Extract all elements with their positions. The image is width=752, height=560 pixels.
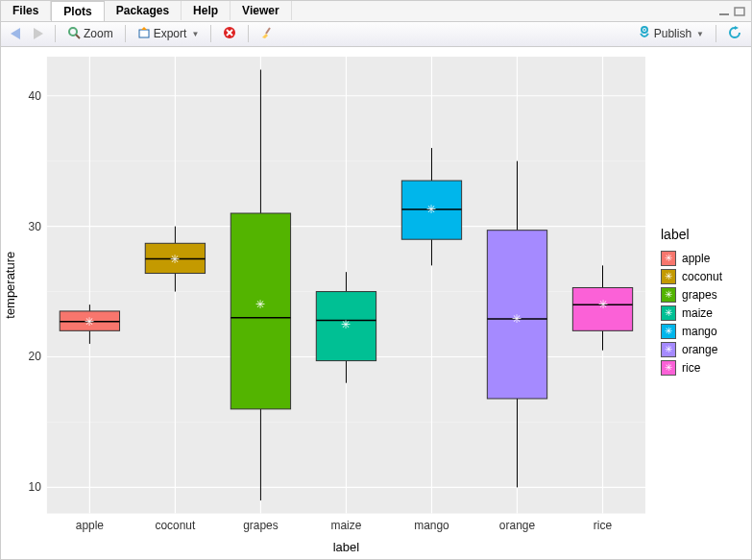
legend: label ✳apple✳coconut✳grapes✳maize✳mango✳…	[655, 47, 751, 559]
svg-text:orange: orange	[499, 518, 536, 531]
svg-text:label: label	[333, 540, 359, 554]
svg-rect-1	[735, 8, 744, 15]
svg-text:grapes: grapes	[243, 518, 279, 531]
svg-text:coconut: coconut	[155, 518, 196, 531]
svg-text:30: 30	[29, 219, 42, 232]
legend-item-orange: ✳orange	[661, 342, 745, 357]
svg-text:apple: apple	[76, 518, 105, 531]
svg-text:rice: rice	[594, 518, 613, 531]
legend-label: orange	[682, 343, 717, 356]
nav-back-button[interactable]	[7, 26, 24, 41]
arrow-right-icon	[34, 28, 43, 39]
maximize-icon[interactable]	[734, 6, 745, 15]
legend-title: label	[661, 227, 745, 242]
svg-rect-4	[139, 30, 149, 37]
clear-all-button[interactable]	[256, 24, 278, 44]
legend-label: apple	[682, 252, 710, 265]
refresh-icon	[728, 26, 741, 42]
legend-key-icon: ✳	[661, 287, 676, 303]
svg-rect-0	[719, 13, 729, 15]
legend-key-icon: ✳	[661, 305, 676, 321]
svg-point-10	[643, 29, 645, 31]
minimize-icon[interactable]	[718, 6, 730, 15]
legend-key-icon: ✳	[661, 360, 676, 376]
svg-text:temperature: temperature	[3, 251, 17, 318]
publish-button[interactable]: Publish ▼	[634, 24, 708, 44]
legend-key-icon: ✳	[661, 342, 676, 357]
svg-line-3	[76, 35, 80, 38]
remove-icon	[223, 26, 236, 42]
chevron-down-icon: ▼	[696, 30, 704, 38]
legend-label: grapes	[682, 288, 717, 302]
svg-text:20: 20	[29, 350, 42, 363]
publish-icon	[638, 26, 651, 42]
remove-plot-button[interactable]	[219, 24, 240, 44]
zoom-label: Zoom	[84, 27, 113, 40]
svg-text:✳: ✳	[170, 252, 180, 265]
svg-point-2	[69, 28, 77, 36]
legend-key-icon: ✳	[661, 324, 676, 339]
svg-text:10: 10	[29, 480, 42, 494]
legend-label: maize	[682, 306, 713, 320]
svg-text:✳: ✳	[426, 203, 436, 216]
tabs-bar: Files Plots Packages Help Viewer	[1, 1, 751, 22]
legend-label: coconut	[682, 270, 722, 283]
boxplot-chart: 10203040applecoconutgrapesmaizemangooran…	[1, 47, 655, 559]
legend-item-rice: ✳rice	[661, 360, 745, 376]
export-label: Export	[154, 27, 187, 40]
nav-forward-button[interactable]	[30, 26, 47, 41]
legend-key-icon: ✳	[661, 269, 676, 284]
zoom-button[interactable]: Zoom	[63, 24, 117, 44]
svg-text:✳: ✳	[85, 314, 94, 328]
publish-label: Publish	[654, 27, 691, 40]
tab-help[interactable]: Help	[182, 1, 230, 20]
export-button[interactable]: Export ▼	[133, 24, 204, 44]
legend-key-icon: ✳	[661, 251, 676, 266]
legend-label: mango	[682, 325, 717, 338]
svg-text:✳: ✳	[512, 312, 522, 326]
legend-item-mango: ✳mango	[661, 324, 745, 339]
tab-packages[interactable]: Packages	[105, 1, 182, 20]
svg-text:✳: ✳	[598, 298, 608, 311]
legend-item-coconut: ✳coconut	[661, 269, 745, 284]
tab-files[interactable]: Files	[1, 1, 51, 20]
refresh-button[interactable]	[724, 24, 745, 44]
tab-viewer[interactable]: Viewer	[230, 1, 291, 20]
chevron-down-icon: ▼	[191, 30, 199, 38]
plot-area: 10203040applecoconutgrapesmaizemangooran…	[1, 47, 751, 559]
legend-item-maize: ✳maize	[661, 305, 745, 321]
legend-item-apple: ✳apple	[661, 251, 745, 266]
svg-line-8	[266, 28, 270, 34]
magnifier-icon	[67, 26, 81, 42]
legend-label: rice	[682, 361, 700, 375]
svg-text:✳: ✳	[341, 317, 351, 330]
tab-plots[interactable]: Plots	[51, 1, 104, 21]
svg-text:✳: ✳	[255, 298, 265, 311]
export-icon	[137, 26, 151, 42]
svg-text:maize: maize	[330, 518, 361, 531]
plot-toolbar: Zoom Export ▼ Publish ▼	[1, 22, 751, 47]
svg-text:mango: mango	[414, 518, 449, 531]
broom-icon	[260, 26, 274, 42]
svg-text:40: 40	[29, 88, 42, 102]
arrow-left-icon	[11, 28, 20, 39]
legend-item-grapes: ✳grapes	[661, 287, 745, 303]
